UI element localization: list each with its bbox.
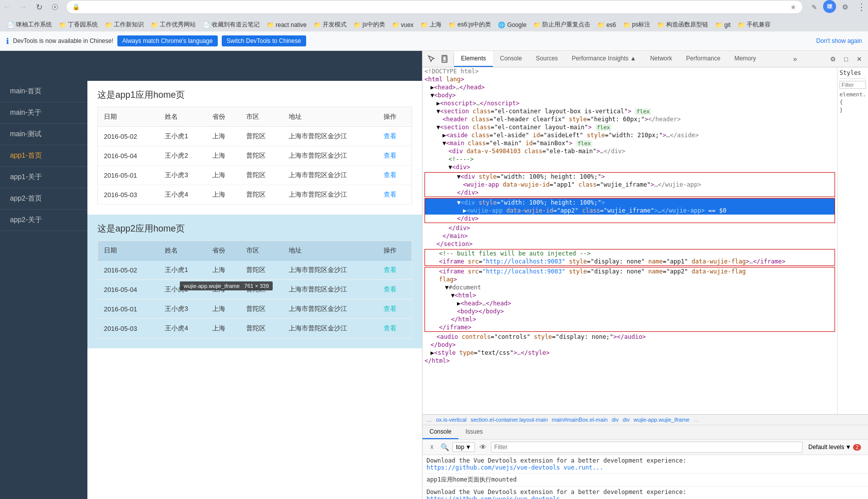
view-link[interactable]: 查看 [384, 266, 397, 273]
bookmark-丁香[interactable]: 📁 丁香园系统 [56, 19, 101, 30]
tab-sources[interactable]: Sources [529, 51, 565, 67]
html-line-section-close[interactable]: </section> [423, 240, 837, 248]
bookmark-proto[interactable]: 📁 构造函数原型链 [654, 19, 711, 30]
device-toggle-button[interactable] [438, 53, 450, 65]
html-line-iframe2-cont[interactable]: flag> [425, 275, 835, 283]
html-line-div-close2[interactable]: </div> [425, 215, 835, 223]
back-button[interactable]: ← [0, 0, 14, 14]
html-line-iframe2-open[interactable]: <iframe src="http://localhost:9003" styl… [425, 267, 835, 275]
breadcrumb-wujie[interactable]: wujie-app.wujie_iframe [634, 417, 690, 423]
styles-filter[interactable] [840, 81, 866, 89]
html-line-div1[interactable]: ▼ <div> [423, 163, 837, 171]
more-tabs-button[interactable]: » [788, 51, 802, 67]
html-line-html2[interactable]: ▼ <html> [425, 291, 835, 299]
bookmark-react[interactable]: 📁 react native [264, 20, 310, 29]
sidebar-item-main-test[interactable]: main-测试 [0, 124, 87, 145]
log-level-selector[interactable]: Default levels ▼ 2 [806, 443, 865, 452]
html-line-div-close1[interactable]: </div> [425, 189, 835, 197]
forward-button[interactable]: → [16, 0, 30, 14]
home-button[interactable]: ☉ [48, 0, 62, 14]
html-line-comment-built[interactable]: <!-- built files will be auto injected -… [425, 250, 835, 257]
bookmark-es6js[interactable]: 📁 es6:js中的类 [445, 19, 494, 30]
view-link[interactable]: 查看 [384, 305, 397, 312]
console-filter-input[interactable] [491, 442, 803, 453]
html-line-div-w100-2[interactable]: ▼ <div style="width: 100%; height: 100%;… [425, 199, 835, 207]
bookmark-prevent[interactable]: 📁 防止用户重复点击 [530, 19, 593, 30]
extensions-button[interactable]: ✎ [807, 0, 821, 14]
cell-action[interactable]: 查看 [378, 127, 412, 146]
sidebar-item-app2-about[interactable]: app2-关于 [0, 210, 87, 231]
sidebar-item-main-about[interactable]: main-关于 [0, 102, 87, 124]
html-line-document[interactable]: ▼ #document [425, 283, 835, 291]
tab-performance[interactable]: Performance [679, 51, 728, 67]
html-line-doctype[interactable]: <!DOCTYPE html> [423, 67, 837, 75]
extensions-icon[interactable]: ⚙ [838, 0, 852, 14]
cell-action[interactable]: 查看 [378, 146, 412, 166]
html-line-html[interactable]: <html lang> [423, 75, 837, 83]
tab-memory[interactable]: Memory [727, 51, 763, 67]
html-line-div-tab[interactable]: <div data-v-54984103 class="ele-tab-main… [423, 147, 837, 155]
filter-icon-button[interactable]: 🔍 [439, 442, 449, 452]
bookmark-shanghai[interactable]: 📁 上海 [418, 19, 444, 30]
bookmark-mobile[interactable]: 📁 手机兼容 [735, 19, 774, 30]
html-line-comment[interactable]: <!----> [423, 155, 837, 163]
html-line-aside[interactable]: ▶ <aside class="el-aside" id="asideLeft"… [423, 131, 837, 139]
html-line-main-close[interactable]: </main> [423, 232, 837, 240]
view-link[interactable]: 查看 [384, 171, 397, 179]
context-selector[interactable]: top ▼ [452, 442, 475, 452]
html-line-style[interactable]: ▶ <style type="text/css">…</style> [423, 349, 837, 357]
breadcrumb-section[interactable]: section.el-container.layout-main [470, 417, 548, 423]
tab-console[interactable]: Console [493, 51, 529, 67]
cell-action[interactable]: 查看 [378, 166, 412, 185]
html-line-html-close[interactable]: </html> [423, 357, 837, 365]
inspect-element-button[interactable] [426, 53, 437, 65]
tab-network[interactable]: Network [643, 51, 679, 67]
bookmark-youdao[interactable]: 📄 收藏到有道云笔记 [200, 19, 263, 30]
bookmark-google[interactable]: 🌐 Google [495, 20, 529, 29]
html-line-iframe1[interactable]: <iframe src="http://localhost:9003" styl… [425, 257, 835, 265]
cell-action[interactable]: 查看 [378, 299, 412, 319]
clear-console-button[interactable]: ☓ [427, 442, 436, 452]
bookmark-sites[interactable]: 📁 工作优秀网站 [148, 19, 199, 30]
tab-elements[interactable]: Elements [454, 51, 493, 67]
focus-icon[interactable]: □ [840, 53, 852, 65]
tab-performance-insights[interactable]: Performance Insights ▲ [565, 51, 643, 67]
breadcrumb-div1[interactable]: div [612, 417, 619, 423]
cell-action[interactable]: 查看 [378, 260, 412, 280]
html-line-div-close3[interactable]: </div> [423, 224, 837, 232]
bookmark-vuex[interactable]: 📁 vuex [389, 20, 417, 29]
html-line-body2[interactable]: <body></body> [425, 307, 835, 315]
html-line-wujie-app2[interactable]: ▶ <wujie-app data-wujie-id="app2" class=… [425, 207, 835, 215]
html-line-head[interactable]: ▶ <head>…</head> [423, 83, 837, 91]
html-line-iframe2-close[interactable]: </iframe> [425, 323, 835, 331]
html-line-body[interactable]: ▼ <body> [423, 91, 837, 99]
eye-icon-button[interactable]: 👁 [478, 442, 488, 452]
view-link[interactable]: 查看 [384, 191, 397, 198]
html-line-body-close[interactable]: </body> [423, 341, 837, 349]
dismiss-notification[interactable]: Don't show again [816, 37, 862, 44]
view-link[interactable]: 查看 [384, 132, 397, 140]
html-line-section2[interactable]: ▼ <section class="el-container layout-ma… [423, 123, 837, 131]
html-line-wujie-app1[interactable]: <wujie-app data-wujie-id="app1" class="w… [425, 181, 835, 189]
tab-issues[interactable]: Issues [458, 425, 490, 439]
bookmark-es6[interactable]: 📁 es6 [594, 20, 619, 29]
html-line-noscript[interactable]: ▶ <noscript>…</noscript> [423, 99, 837, 107]
bookmark-devmode[interactable]: 📁 开发模式 [311, 19, 350, 30]
breadcrumb-main[interactable]: main#mainBox.el-main [552, 417, 608, 423]
html-line-section-main[interactable]: ▼ <section class="el-container layout-bo… [423, 107, 837, 115]
msg-link[interactable]: https://github.com/vuejs/vue-devtools [427, 496, 560, 499]
cell-action[interactable]: 查看 [378, 185, 412, 205]
match-language-button[interactable]: Always match Chrome's language [117, 35, 218, 46]
msg-link[interactable]: https://github.com/vuejs/vue-devtools [427, 464, 560, 471]
view-link[interactable]: 查看 [384, 324, 397, 332]
reload-button[interactable]: ↻ [32, 0, 46, 14]
bookmark-jsclass[interactable]: 📁 js中的类 [351, 19, 388, 30]
address-bar[interactable]: 🔒 localhost:9003/app1/home?tabTitle=app1… [66, 0, 803, 14]
view-link[interactable]: 查看 [384, 152, 397, 159]
sidebar-item-main-home[interactable]: main-首页 [0, 81, 87, 102]
bookmark-咪柚[interactable]: 📄 咪柚工作系统 [4, 19, 55, 30]
bookmark-git[interactable]: 📁 git [712, 20, 734, 29]
menu-button[interactable]: ⋮ [854, 0, 868, 14]
sidebar-item-app2-home[interactable]: app2-首页 [0, 188, 87, 210]
view-link[interactable]: 查看 [384, 285, 397, 293]
